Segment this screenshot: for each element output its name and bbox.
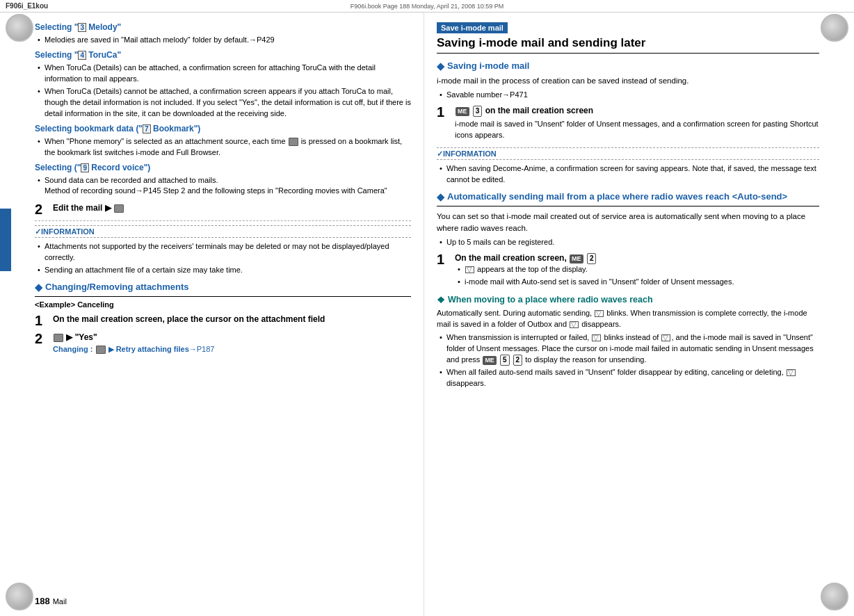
step-r1-block: 1 ME 3 on the mail creation screen i-mod… xyxy=(437,105,819,143)
heading-selecting-melody: Selecting "3 Melody" xyxy=(35,22,411,32)
change-icon xyxy=(96,346,106,354)
body-saving-imode: i-mode mail in the process of creation c… xyxy=(437,75,819,87)
step-2-content: Edit the mail ▶ xyxy=(53,202,411,214)
section-saving-imode: ◆ Saving i-mode mail i-mode mail in the … xyxy=(437,60,819,186)
header-title: F906i_E1kou xyxy=(6,2,216,10)
step-2-label: Edit the mail ▶ xyxy=(53,202,411,214)
section-divider-2 xyxy=(437,206,819,206)
step-r1-content: ME 3 on the mail creation screen i-mode … xyxy=(455,105,819,143)
step-a1-content: On the mail creation screen, place the c… xyxy=(53,314,411,325)
step-a2-label: ▶ "Yes" xyxy=(53,332,411,343)
step-2-number: 2 xyxy=(35,202,50,216)
note-when-moving: ❖ When moving to a place where radio wav… xyxy=(437,295,819,389)
information-header-right: ✓INFORMATION xyxy=(437,147,819,161)
envelope-icon-4 xyxy=(592,334,601,341)
bullet-moving-1: When transmission is interrupted or fail… xyxy=(437,332,819,366)
section-auto-send: ◆ Automatically sending mail from a plac… xyxy=(437,191,819,389)
envelope-icon-1 xyxy=(465,266,474,273)
bullet-as-2: i-mode mail with Auto-send set is saved … xyxy=(455,277,819,288)
section-changing-attachments: ◆ Changing/Removing attachments <Example… xyxy=(35,282,411,311)
step-r1-number: 1 xyxy=(437,105,452,119)
section-divider xyxy=(35,296,411,297)
step-a2-content: ▶ "Yes" Changing : ▶ Retry attaching fil… xyxy=(53,332,411,354)
step-a2-number: 2 xyxy=(35,332,50,346)
section-selecting-bookmark: Selecting bookmark data ("7 Bookmark") W… xyxy=(35,124,411,159)
section-selecting-melody: Selecting "3 Melody" Melodies are saved … xyxy=(35,22,411,46)
num-key-3: 3 xyxy=(473,106,483,117)
step-r1-label: ME 3 on the mail creation screen xyxy=(455,105,819,117)
step-a2-block: 2 ▶ "Yes" Changing : ▶ Retry attaching f… xyxy=(35,332,411,354)
information-block-left: ✓INFORMATION Attachments not supported b… xyxy=(35,225,411,276)
bullet-as-1: appears at the top of the display. xyxy=(455,264,819,275)
heading-selecting-toruca: Selecting "4 ToruCa" xyxy=(35,50,411,60)
menu-key-me3: ME xyxy=(483,356,497,366)
header-info: F906i.book Page 188 Monday, April 21, 20… xyxy=(216,3,638,10)
information-block-right: ✓INFORMATION When saving Decome-Anime, a… xyxy=(437,147,819,186)
step-a1-label: On the mail creation screen, place the c… xyxy=(53,314,411,325)
bullet-toruca-2: When ToruCa (Details) cannot be attached… xyxy=(35,86,411,120)
bullet-savable: Savable number→P471 xyxy=(437,90,819,101)
section-selecting-toruca: Selecting "4 ToruCa" When ToruCa (Detail… xyxy=(35,50,411,120)
step-as1-content: On the mail creation screen, ME 2 appear… xyxy=(455,252,819,289)
bullet-bookmark-1: When "Phone memory" is selected as an at… xyxy=(35,136,411,159)
big-heading: Saving i-mode mail and sending later xyxy=(437,36,819,54)
info-bullet-1: Attachments not supported by the receive… xyxy=(35,241,411,264)
section-selecting-record: Selecting ("9 Record voice") Sound data … xyxy=(35,163,411,197)
page-container: Selecting "3 Melody" Melodies are saved … xyxy=(0,13,854,616)
step-r1-detail: i-mode mail is saved in "Unsent" folder … xyxy=(455,119,819,141)
num-key-5: 5 xyxy=(500,355,510,366)
left-column: Selecting "3 Melody" Melodies are saved … xyxy=(0,13,424,616)
body-when-moving: Automatically sent. During automatic sen… xyxy=(437,308,819,330)
heading-when-moving: ❖ When moving to a place where radio wav… xyxy=(437,295,819,305)
step-2-block: 2 Edit the mail ▶ xyxy=(35,202,411,216)
page-label: Mail xyxy=(53,597,67,606)
heading-selecting-bookmark: Selecting bookmark data ("7 Bookmark") xyxy=(35,124,411,133)
num-key-2b: 2 xyxy=(513,355,523,366)
bullet-record-1: Sound data can be recorded and attached … xyxy=(35,175,411,197)
bullet-melody-1: Melodies are saved in "Mail attach melod… xyxy=(35,35,411,46)
body-auto-send: You can set so that i-mode mail created … xyxy=(437,211,819,235)
menu-icon xyxy=(54,334,63,342)
num-key-2: 2 xyxy=(587,253,597,264)
envelope-icon-6 xyxy=(787,369,796,376)
page-number-area: 188 Mail xyxy=(35,596,67,606)
envelope-icon-5 xyxy=(661,334,670,341)
phone-icon xyxy=(289,138,298,146)
bullet-toruca-1: When ToruCa (Details) can be attached, a… xyxy=(35,63,411,85)
step-as1-number: 1 xyxy=(437,252,452,266)
heading-saving-imode: ◆ Saving i-mode mail xyxy=(437,60,819,72)
menu-key-me: ME xyxy=(456,107,469,117)
edit-icon xyxy=(114,204,124,213)
header-bar: F906i_E1kou F906i.book Page 188 Monday, … xyxy=(0,0,854,13)
bullet-up-to-5: Up to 5 mails can be registered. xyxy=(437,237,819,248)
bullet-moving-2: When all failed auto-send mails saved in… xyxy=(437,367,819,389)
page-number: 188 xyxy=(35,596,50,606)
heading-auto-send: ◆ Automatically sending mail from a plac… xyxy=(437,191,819,203)
right-column: Save i-mode mail Saving i-mode mail and … xyxy=(424,13,854,616)
heading-selecting-record: Selecting ("9 Record voice") xyxy=(35,163,411,172)
step-a1-block: 1 On the mail creation screen, place the… xyxy=(35,314,411,327)
info-r-bullet-1: When saving Decome-Anime, a confirmation… xyxy=(437,163,819,186)
step-a1-number: 1 xyxy=(35,314,50,327)
step-as1-block: 1 On the mail creation screen, ME 2 appe… xyxy=(437,252,819,289)
information-header-left: ✓INFORMATION xyxy=(35,225,411,239)
changing-line: Changing : ▶ Retry attaching files→P187 xyxy=(53,345,411,354)
info-bullet-2: Sending an attachment file of a certain … xyxy=(35,265,411,276)
example-label: <Example> Canceling xyxy=(35,300,411,311)
blue-banner: Save i-mode mail xyxy=(437,22,508,33)
divider-1 xyxy=(35,220,411,221)
envelope-icon-3 xyxy=(570,321,579,328)
envelope-icon-2 xyxy=(595,310,604,317)
step-as1-label: On the mail creation screen, ME 2 xyxy=(455,252,819,264)
menu-key-me2: ME xyxy=(570,254,583,264)
heading-changing-attachments: ◆ Changing/Removing attachments xyxy=(35,282,411,293)
